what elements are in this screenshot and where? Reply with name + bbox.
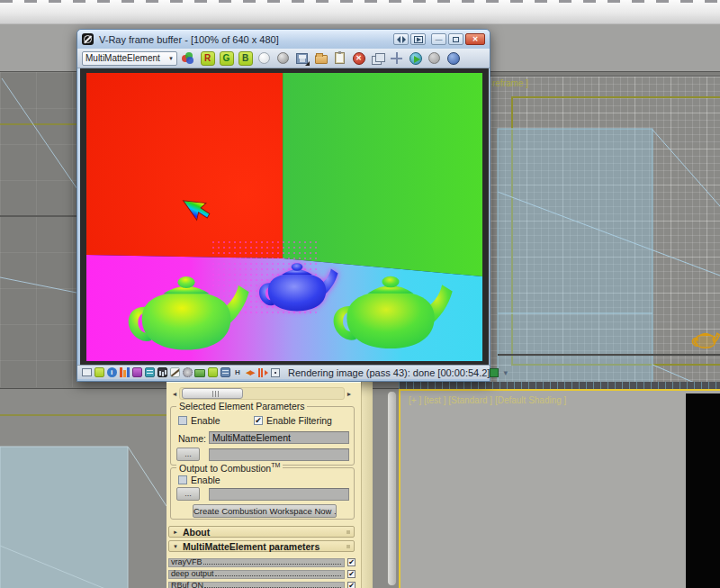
vfb-window-title: V-Ray frame buffer - [100% of 640 x 480] xyxy=(99,34,393,45)
pen-exposure-icon[interactable] xyxy=(169,367,180,378)
enable-filtering-checkbox[interactable]: ✔ xyxy=(254,416,263,425)
chevron-down-icon: ▼ xyxy=(168,56,174,61)
orange-bars-icon[interactable] xyxy=(257,367,268,378)
h-letter-icon[interactable]: H xyxy=(232,367,243,378)
undock-button[interactable] xyxy=(410,33,426,45)
window-icon[interactable] xyxy=(81,367,92,378)
viewport-top-label[interactable]: reframe ] xyxy=(492,78,528,88)
dot-square-icon[interactable] xyxy=(270,367,281,378)
panel-vertical-scrollbar[interactable] xyxy=(361,382,373,588)
render-element-panel: ◄ ► Selected Element Parameters Enable ✔… xyxy=(166,382,361,588)
channel-list-icon[interactable] xyxy=(144,367,155,378)
copy-to-clipboard-button[interactable] xyxy=(332,50,347,66)
vray-logo-icon xyxy=(82,33,94,45)
save-icon xyxy=(296,53,308,64)
duplicate-windows-icon xyxy=(372,53,384,64)
red-channel-icon: R xyxy=(201,51,215,66)
teapot-right xyxy=(324,270,457,360)
rgb-channels-button[interactable] xyxy=(181,50,196,66)
combustion-path-input[interactable] xyxy=(209,488,349,501)
main-toolbar-strip xyxy=(0,0,720,24)
close-button[interactable]: ✕ xyxy=(465,33,485,45)
blue-channel-button[interactable]: B xyxy=(238,50,253,66)
about-rollout[interactable]: ► About xyxy=(168,526,355,538)
green-channel-button[interactable]: G xyxy=(219,50,234,66)
name-label: Name: xyxy=(178,433,206,444)
teapot-wireframe-icon xyxy=(692,333,719,348)
rollout-pin-icon xyxy=(346,545,350,548)
param-label: deep output xyxy=(171,570,214,578)
channel-dropdown[interactable]: MultiMatteElement ▼ xyxy=(82,51,177,66)
vfb-image-frame xyxy=(80,68,489,366)
h-split-icon[interactable]: ◀▶ xyxy=(245,367,256,378)
selected-element-parameters-group: Selected Element Parameters Enable ✔ Ena… xyxy=(170,406,355,466)
scroll-right-icon[interactable]: ► xyxy=(345,391,354,397)
viewport-left-wireframe xyxy=(0,72,81,387)
scrollbar-track[interactable] xyxy=(179,387,345,400)
red-channel-button[interactable]: R xyxy=(200,50,215,66)
output-to-combustion-group: Output to CombustionTM Enable ... Create… xyxy=(170,467,355,520)
enable-label: Enable xyxy=(191,415,220,426)
gray-sphere-icon xyxy=(277,52,289,64)
output-path-input[interactable] xyxy=(209,448,349,461)
green-folder-icon[interactable] xyxy=(194,367,205,378)
create-combustion-workspace-button[interactable]: Create Combustion Workspace Now ... xyxy=(193,504,337,518)
clear-x-icon: ✕ xyxy=(353,52,365,65)
browse-button[interactable]: ... xyxy=(176,448,200,461)
param-checkbox[interactable]: ✔ xyxy=(347,570,356,578)
viewport-black-region xyxy=(686,394,720,588)
command-panel-scrollbar[interactable] xyxy=(387,391,397,586)
dock-horizontal-button[interactable] xyxy=(393,33,409,45)
histogram-icon[interactable] xyxy=(157,367,167,378)
panel-horizontal-scrollbar[interactable]: ◄ ► xyxy=(170,386,354,401)
track-mouse-button[interactable] xyxy=(389,50,404,66)
hsl-icon[interactable] xyxy=(131,367,142,378)
channel-dropdown-value: MultiMatteElement xyxy=(86,53,168,63)
alpha-channel-button[interactable] xyxy=(275,50,291,66)
color-corrections-icon[interactable] xyxy=(94,367,104,378)
scrollbar-thumb[interactable] xyxy=(182,388,243,399)
rgb-bars-icon[interactable] xyxy=(119,367,130,378)
rollout-pin-icon xyxy=(346,530,350,534)
stop-render-button[interactable] xyxy=(427,50,442,66)
group-legend: Selected Element Parameters xyxy=(176,401,307,412)
save-image-button[interactable] xyxy=(294,50,310,66)
rendered-image[interactable] xyxy=(86,73,482,361)
multimatte-parameters-rollout[interactable]: ▼ MultiMatteElement parameters xyxy=(168,540,355,552)
monochrome-button[interactable] xyxy=(256,50,272,66)
viewport-divider-strip xyxy=(399,382,720,389)
statusbar-chevron-icon[interactable]: ▾ xyxy=(503,368,508,377)
region-render-button[interactable] xyxy=(408,50,423,66)
viewport-perspective[interactable]: [+ ] [test ] [Standard ] [Default Shadin… xyxy=(399,389,720,588)
enable-checkbox[interactable] xyxy=(178,416,187,425)
element-name-input[interactable]: MultiMatteElement xyxy=(209,431,349,444)
dock-horizontal-icon xyxy=(397,36,406,43)
viewport-left[interactable] xyxy=(0,72,81,387)
minimize-button[interactable]: — xyxy=(431,33,446,45)
lime-square-icon[interactable] xyxy=(207,367,218,378)
clear-image-button[interactable]: ✕ xyxy=(351,50,366,66)
rgb-circles-icon xyxy=(182,52,195,64)
duplicate-buffer-button[interactable] xyxy=(370,50,385,66)
param-row: vrayVFB xyxy=(168,558,345,567)
combustion-enable-checkbox[interactable] xyxy=(178,475,187,484)
combustion-browse-button[interactable]: ... xyxy=(176,487,200,501)
pixel-info-icon[interactable]: i xyxy=(106,367,117,378)
scroll-left-icon[interactable]: ◄ xyxy=(170,391,179,397)
gear-icon[interactable] xyxy=(182,367,193,378)
viewport-perspective-label[interactable]: [+ ] [test ] [Standard ] [Default Shadin… xyxy=(409,395,566,405)
param-checkbox[interactable]: ✔ xyxy=(347,558,356,566)
rollout-expanded-icon: ▼ xyxy=(173,544,178,549)
track-mouse-cross-icon xyxy=(391,52,402,64)
maximize-icon xyxy=(453,37,459,42)
maximize-button[interactable] xyxy=(448,33,464,45)
render-last-button[interactable] xyxy=(446,50,461,66)
monitor-icon[interactable] xyxy=(220,367,230,378)
green-indicator-icon[interactable] xyxy=(490,368,499,377)
folder-icon xyxy=(315,55,328,64)
param-checkbox[interactable]: ✔ xyxy=(347,582,356,588)
load-image-button[interactable] xyxy=(313,50,328,66)
viewport-top[interactable]: reframe ] xyxy=(490,76,720,389)
vfb-titlebar[interactable]: V-Ray frame buffer - [100% of 640 x 480]… xyxy=(77,30,490,49)
stop-icon xyxy=(428,52,440,64)
